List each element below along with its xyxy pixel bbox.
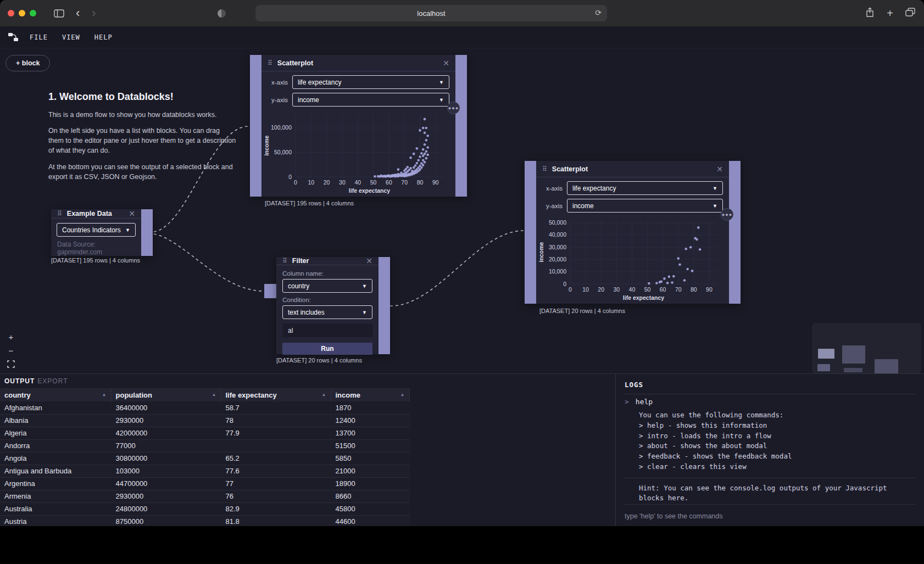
- shield-icon[interactable]: [218, 9, 226, 18]
- output-port[interactable]: [378, 257, 390, 354]
- table-row[interactable]: Andorra7700051500: [0, 439, 409, 452]
- column-header[interactable]: population▲: [111, 388, 221, 401]
- column-header[interactable]: country▲: [0, 388, 111, 401]
- scatter-point: [416, 162, 419, 165]
- x-axis-select[interactable]: life expectancy ▼: [292, 75, 449, 89]
- output-port[interactable]: [141, 209, 153, 256]
- close-window-icon[interactable]: [8, 10, 14, 16]
- table-row[interactable]: Australia2480000082.945800: [0, 502, 409, 515]
- node-example-data[interactable]: ⠿ Example Data ✕ Countries Indicators ▼ …: [51, 209, 153, 256]
- output-port[interactable]: [729, 161, 741, 304]
- y-axis-select[interactable]: income ▼: [567, 199, 723, 213]
- input-port[interactable]: [525, 161, 536, 304]
- node-title: Example Data: [67, 210, 124, 217]
- input-port[interactable]: [264, 284, 276, 298]
- input-port[interactable]: [250, 55, 261, 197]
- x-axis-select[interactable]: life expectancy ▼: [567, 181, 723, 195]
- table-row[interactable]: Austria875000081.844600: [0, 515, 409, 526]
- table-cell: 12400: [331, 414, 409, 427]
- scatter-point: [407, 166, 409, 169]
- log-command-row[interactable]: > help: [625, 394, 915, 407]
- url-bar[interactable]: localhost ⟳: [255, 5, 607, 21]
- share-icon[interactable]: [865, 7, 875, 20]
- svg-text:life expectancy: life expectancy: [623, 294, 664, 301]
- drag-handle-icon[interactable]: ⠿: [282, 257, 287, 265]
- scatter-point: [409, 157, 412, 159]
- table-row[interactable]: Albania29300007812400: [0, 414, 409, 427]
- sort-icon[interactable]: ▲: [102, 392, 107, 397]
- column-header[interactable]: income▲: [331, 388, 409, 401]
- zoom-out-button[interactable]: −: [7, 346, 15, 355]
- tab-output[interactable]: OUTPUT: [4, 377, 35, 385]
- y-axis-select[interactable]: income ▼: [292, 93, 449, 107]
- table-row[interactable]: Afghanistan3640000058.71870: [0, 401, 409, 414]
- node-header[interactable]: ⠿ Example Data ✕: [51, 209, 141, 219]
- log-command: help: [636, 398, 653, 406]
- welcome-note: 1. Welcome to Datablocks! This is a demo…: [48, 91, 236, 188]
- node-header[interactable]: ⠿ Scatterplot ✕: [536, 161, 729, 177]
- node-scatterplot-2[interactable]: ⠿ Scatterplot ✕ x-axis life expectancy ▼…: [525, 161, 741, 304]
- log-input[interactable]: [625, 512, 915, 520]
- flow-canvas[interactable]: + block 1. Welcome to Datablocks! This i…: [0, 48, 924, 373]
- sort-icon[interactable]: ▲: [400, 392, 405, 397]
- zoom-window-icon[interactable]: [30, 10, 36, 16]
- table-cell: Armenia: [0, 490, 111, 502]
- output-port[interactable]: [455, 55, 467, 197]
- drag-handle-icon[interactable]: ⠿: [542, 165, 547, 173]
- add-block-button[interactable]: + block: [5, 55, 50, 71]
- logs-panel: LOGS > help You can use the following co…: [615, 374, 924, 526]
- close-icon[interactable]: ✕: [129, 210, 135, 217]
- drag-handle-icon[interactable]: ⠿: [57, 210, 62, 217]
- sort-icon[interactable]: ▲: [322, 392, 326, 397]
- table-cell: 77.6: [221, 465, 331, 477]
- tab-overview-icon[interactable]: [905, 8, 915, 19]
- minimap-node: [844, 368, 862, 372]
- menu-item-view[interactable]: VIEW: [62, 33, 80, 41]
- filter-query-input[interactable]: al: [282, 323, 372, 337]
- zoom-in-button[interactable]: +: [7, 332, 15, 341]
- sidebar-toggle-icon[interactable]: [54, 9, 64, 18]
- drag-handle-icon[interactable]: ⠿: [268, 59, 272, 67]
- close-icon[interactable]: ✕: [366, 257, 372, 265]
- table-row[interactable]: Antigua and Barbuda10300077.621000: [0, 465, 409, 477]
- dataset-select[interactable]: Countries Indicators ▼: [57, 223, 136, 237]
- fit-view-button[interactable]: [7, 360, 15, 368]
- app-logo-icon[interactable]: [8, 32, 20, 42]
- table-row[interactable]: Armenia2930000768660: [0, 490, 409, 502]
- canvas-controls: + −: [7, 332, 15, 368]
- node-header[interactable]: ⠿ Filter ✕: [276, 257, 378, 265]
- minimize-window-icon[interactable]: [19, 10, 25, 16]
- table-cell: 103000: [111, 465, 221, 477]
- welcome-paragraph: On the left side you have a list with bl…: [48, 126, 236, 155]
- table-row[interactable]: Algeria4200000077.913700: [0, 427, 409, 439]
- column-name-select[interactable]: country ▼: [282, 279, 372, 293]
- scatter-point: [417, 159, 420, 161]
- run-button[interactable]: Run: [282, 343, 372, 355]
- dataset-caption: [DATASET] 195 rows | 4 columns: [265, 200, 354, 206]
- column-header[interactable]: life expectancy▲: [221, 388, 331, 401]
- table-cell: 18900: [331, 477, 409, 490]
- table-row[interactable]: Argentina447000007718900: [0, 477, 409, 490]
- close-icon[interactable]: ✕: [443, 59, 449, 67]
- scatter-point: [424, 118, 426, 121]
- svg-text:40: 40: [354, 179, 361, 186]
- menu-item-help[interactable]: HELP: [94, 33, 113, 41]
- close-icon[interactable]: ✕: [716, 165, 723, 173]
- new-tab-icon[interactable]: +: [887, 7, 893, 20]
- table-row[interactable]: Angola3080000065.25850: [0, 452, 409, 465]
- back-button[interactable]: ‹: [76, 7, 80, 19]
- scatter-point: [660, 280, 663, 283]
- sort-icon[interactable]: ▲: [212, 392, 216, 397]
- reload-icon[interactable]: ⟳: [595, 8, 602, 17]
- minimap[interactable]: [812, 323, 921, 373]
- more-options-button[interactable]: ●●●: [721, 208, 733, 221]
- forward-button[interactable]: ›: [92, 7, 96, 19]
- table-cell: 30800000: [111, 452, 221, 465]
- condition-select[interactable]: text includes ▼: [282, 305, 372, 319]
- more-options-button[interactable]: ●●●: [447, 102, 460, 114]
- menu-item-file[interactable]: FILE: [30, 33, 48, 41]
- tab-export[interactable]: EXPORT: [37, 377, 68, 385]
- node-filter[interactable]: ⠿ Filter ✕ Column name: country ▼ Condit…: [276, 257, 390, 354]
- node-header[interactable]: ⠿ Scatterplot ✕: [261, 55, 455, 71]
- node-scatterplot-1[interactable]: ⠿ Scatterplot ✕ x-axis life expectancy ▼…: [250, 55, 467, 197]
